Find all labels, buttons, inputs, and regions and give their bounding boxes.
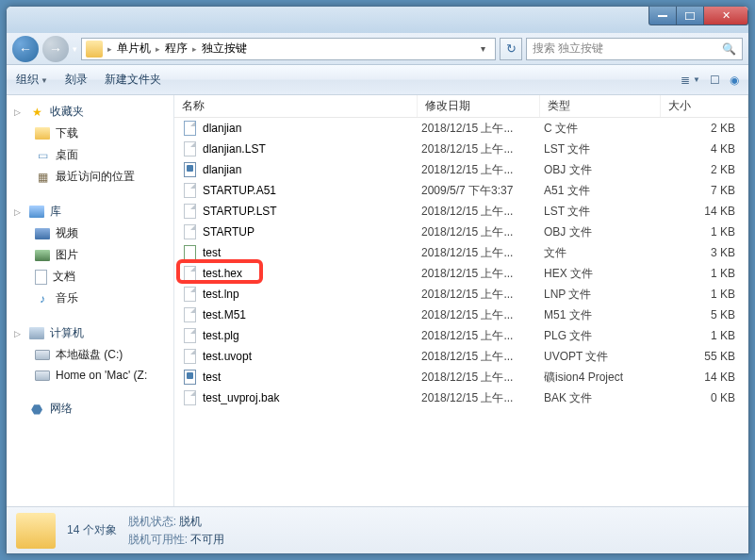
- file-name: test.M51: [203, 308, 421, 321]
- address-bar[interactable]: ▸ 单片机 ▸ 程序 ▸ 独立按键 ▾: [81, 38, 496, 60]
- file-row[interactable]: test2018/12/15 上午...礦ision4 Project14 KB: [174, 367, 748, 387]
- forward-button[interactable]: →: [42, 36, 69, 62]
- file-row[interactable]: test.uvopt2018/12/15 上午...UVOPT 文件55 KB: [174, 346, 748, 367]
- file-name: dlanjian: [203, 122, 421, 135]
- file-name: test.lnp: [203, 288, 421, 301]
- file-type: UVOPT 文件: [544, 349, 665, 365]
- file-row[interactable]: dlanjian.LST2018/12/15 上午...LST 文件4 KB: [174, 139, 748, 159]
- sidebar-item-local-disk[interactable]: 本地磁盘 (C:): [7, 344, 173, 366]
- organize-menu[interactable]: 组织▼: [16, 72, 48, 88]
- file-row[interactable]: dlanjian2018/12/15 上午...C 文件2 KB: [174, 118, 748, 139]
- sidebar-item-recent[interactable]: ▦最近访问的位置: [7, 166, 173, 188]
- new-folder-button[interactable]: 新建文件夹: [105, 72, 161, 88]
- file-row[interactable]: test_uvproj.bak2018/12/15 上午...BAK 文件0 K…: [174, 387, 748, 408]
- file-row[interactable]: test.M512018/12/15 上午...M51 文件5 KB: [174, 305, 748, 325]
- file-row[interactable]: test2018/12/15 上午...文件3 KB: [174, 242, 748, 263]
- file-type: OBJ 文件: [544, 224, 665, 240]
- history-dropdown-icon[interactable]: ▾: [73, 44, 77, 54]
- column-headers: 名称 修改日期 类型 大小: [174, 95, 748, 118]
- column-header-type[interactable]: 类型: [540, 95, 661, 117]
- folder-large-icon: [16, 513, 56, 549]
- refresh-button[interactable]: ↻: [500, 38, 522, 60]
- file-icon: [182, 287, 197, 302]
- sidebar-libraries-header[interactable]: ▷ 库: [7, 201, 173, 222]
- sidebar-network-header[interactable]: ⬣ 网络: [7, 398, 173, 420]
- sidebar-item-downloads[interactable]: 下载: [7, 123, 173, 144]
- sidebar-item-desktop[interactable]: ▭桌面: [7, 144, 173, 166]
- file-type: PLG 文件: [544, 328, 665, 344]
- music-icon: ♪: [35, 291, 50, 306]
- search-icon: 🔍: [722, 42, 736, 56]
- video-icon: [35, 228, 50, 239]
- body: ▷ ★ 收藏夹 下载 ▭桌面 ▦最近访问的位置 ▷ 库 视频 图片 文档 ♪音乐…: [7, 95, 748, 506]
- file-icon: [182, 245, 197, 260]
- file-row[interactable]: test.lnp2018/12/15 上午...LNP 文件1 KB: [174, 284, 748, 305]
- file-type: M51 文件: [544, 307, 665, 323]
- sidebar-item-pictures[interactable]: 图片: [7, 244, 173, 266]
- file-size: 3 KB: [665, 246, 748, 259]
- search-placeholder: 搜索 独立按键: [533, 41, 603, 57]
- titlebar: ✕: [7, 7, 748, 33]
- chevron-right-icon: ▸: [156, 44, 160, 54]
- file-type: LST 文件: [544, 141, 665, 157]
- file-row[interactable]: STARTUP2018/12/15 上午...OBJ 文件1 KB: [174, 222, 748, 242]
- sidebar-item-music[interactable]: ♪音乐: [7, 288, 173, 309]
- file-row[interactable]: test.plg2018/12/15 上午...PLG 文件1 KB: [174, 325, 748, 346]
- file-icon: [182, 349, 197, 364]
- file-size: 1 KB: [665, 267, 748, 280]
- search-input[interactable]: 搜索 独立按键 🔍: [526, 38, 743, 60]
- maximize-button[interactable]: [676, 7, 704, 25]
- file-icon: [182, 307, 197, 322]
- file-row[interactable]: STARTUP.LST2018/12/15 上午...LST 文件14 KB: [174, 201, 748, 222]
- svg-rect-1: [685, 12, 695, 20]
- file-date: 2018/12/15 上午...: [421, 307, 544, 323]
- breadcrumb-part[interactable]: 独立按键: [198, 41, 251, 57]
- close-button[interactable]: ✕: [703, 7, 748, 25]
- file-icon: [182, 266, 197, 281]
- file-date: 2018/12/15 上午...: [421, 162, 544, 178]
- sidebar-item-videos[interactable]: 视频: [7, 222, 173, 244]
- breadcrumb-part[interactable]: 程序: [161, 41, 191, 57]
- file-size: 14 KB: [665, 205, 748, 218]
- minimize-button[interactable]: [648, 7, 677, 25]
- view-options-button[interactable]: ≣ ▼: [681, 74, 700, 87]
- file-icon: [182, 224, 197, 239]
- status-offline-state-value: 脱机: [179, 515, 202, 528]
- file-name: test_uvproj.bak: [203, 391, 421, 404]
- recent-icon: ▦: [35, 170, 50, 185]
- file-date: 2018/12/15 上午...: [421, 121, 544, 137]
- file-row[interactable]: test.hex2018/12/15 上午...HEX 文件1 KB: [174, 263, 748, 284]
- file-type: LNP 文件: [544, 287, 665, 303]
- status-offline-avail-value: 不可用: [190, 533, 224, 546]
- disk-icon: [35, 350, 50, 360]
- sidebar-favorites-header[interactable]: ▷ ★ 收藏夹: [7, 101, 173, 123]
- file-icon: [182, 141, 197, 156]
- file-date: 2018/12/15 上午...: [421, 370, 544, 386]
- file-date: 2018/12/15 上午...: [421, 224, 544, 240]
- file-size: 2 KB: [665, 163, 748, 176]
- chevron-right-icon: ▸: [107, 44, 112, 54]
- collapse-icon: ▷: [14, 329, 24, 338]
- preview-pane-button[interactable]: ☐: [710, 74, 720, 87]
- file-icon: [182, 370, 197, 385]
- file-date: 2018/12/15 上午...: [421, 204, 544, 220]
- file-row[interactable]: STARTUP.A512009/5/7 下午3:37A51 文件7 KB: [174, 180, 748, 201]
- toolbar: 组织▼ 刻录 新建文件夹 ≣ ▼ ☐ ◉: [7, 65, 748, 95]
- column-header-date[interactable]: 修改日期: [418, 95, 540, 117]
- sidebar-item-documents[interactable]: 文档: [7, 266, 173, 288]
- breadcrumb-part[interactable]: 单片机: [113, 41, 155, 57]
- burn-button[interactable]: 刻录: [65, 72, 88, 88]
- svg-rect-0: [658, 15, 667, 17]
- sidebar-item-mac-home[interactable]: Home on 'Mac' (Z:: [7, 366, 173, 385]
- file-row[interactable]: dlanjian2018/12/15 上午...OBJ 文件2 KB: [174, 159, 748, 180]
- column-header-name[interactable]: 名称: [174, 95, 418, 117]
- file-icon: [182, 390, 197, 405]
- desktop-icon: ▭: [35, 148, 50, 163]
- sidebar-computer-header[interactable]: ▷ 计算机: [7, 322, 173, 344]
- column-header-size[interactable]: 大小: [661, 95, 748, 117]
- back-button[interactable]: ←: [12, 36, 39, 62]
- help-button[interactable]: ◉: [730, 74, 739, 87]
- address-dropdown-icon[interactable]: ▾: [475, 43, 491, 54]
- file-date: 2018/12/15 上午...: [421, 349, 544, 365]
- navbar: ← → ▾ ▸ 单片机 ▸ 程序 ▸ 独立按键 ▾ ↻ 搜索 独立按键 🔍: [7, 33, 748, 65]
